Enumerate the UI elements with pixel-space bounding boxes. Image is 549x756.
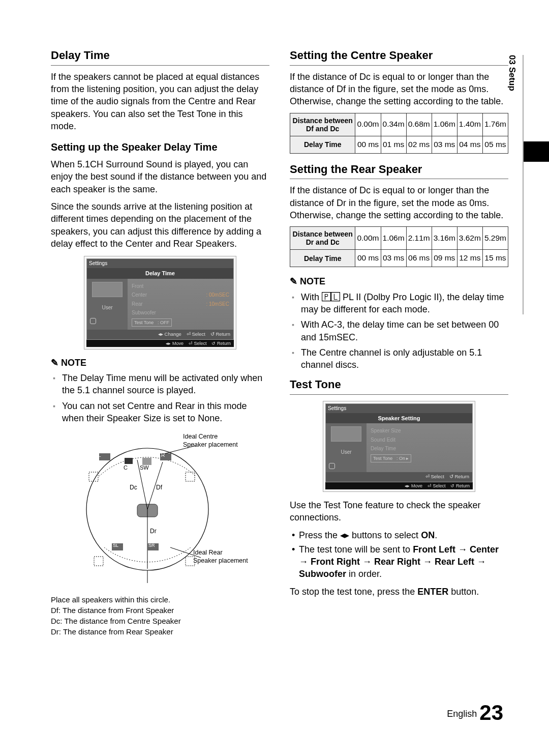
osd2-row1: Sound Edit	[371, 437, 395, 444]
tr-r1-1: 1.06m	[381, 227, 406, 250]
tr-r2-1: 03 ms	[381, 250, 406, 267]
osd2-strip2: ↺ Return	[450, 483, 470, 489]
tc-r1-3: 1.06m	[432, 113, 457, 136]
diag-SL: SL	[113, 542, 118, 548]
bullet-1: The test tone will be sent to Front Left…	[290, 543, 508, 580]
osd-delay-time: Settings Delay Time User Front Center: 0…	[84, 256, 236, 349]
tc-r2-5: 05 ms	[482, 136, 508, 153]
right-note-2: The Centre channel is only adjustable on…	[290, 346, 508, 371]
para-setup2: Since the sounds arrive at the listening…	[51, 200, 269, 250]
osd1-corner-icon	[90, 318, 96, 324]
para-setup1: When 5.1CH Surround Sound is played, you…	[51, 158, 269, 195]
tc-r1-0: 0.00m	[355, 113, 381, 136]
diag-speaker-placement-top: Speaker placement	[183, 441, 238, 449]
osd1-row0-label: Front	[132, 283, 143, 290]
diag-speaker-placement-bot: Speaker placement	[193, 557, 248, 565]
osd2-box-label: Test Tone	[373, 456, 392, 461]
heading-setup-delay: Setting up the Speaker Delay Time	[51, 140, 269, 154]
tr-r2-3: 09 ms	[432, 250, 457, 267]
diag-R: R	[161, 452, 165, 459]
osd1-strip1: ⏎ Select	[189, 340, 207, 346]
osd1-box-label: Test Tone	[134, 320, 154, 325]
para-stop: To stop the test tone, press the ENTER b…	[290, 586, 508, 598]
right-note-1: With AC-3, the delay time can be set bet…	[290, 318, 508, 343]
tc-r2-4: 04 ms	[457, 136, 482, 153]
speaker-placement-diagram: Ideal Centre Speaker placement L R C SW …	[69, 430, 252, 588]
tc-r2-head: Delay Time	[290, 136, 355, 153]
tc-r1-2: 0.68m	[406, 113, 432, 136]
heading-delay-time: Delay Time	[51, 48, 269, 66]
tc-r1-5: 1.76m	[482, 113, 508, 136]
svg-rect-12	[186, 472, 195, 481]
osd2-strip0: ◂▸ Move	[405, 483, 422, 489]
tc-r2-2: 02 ms	[406, 136, 432, 153]
osd1-row3-label: Subwoofer	[132, 309, 156, 316]
table-centre: Distance between Df and Dc 0.00m 0.34m 0…	[290, 113, 508, 154]
tr-r1-head: Distance between Dr and Dc	[290, 227, 355, 250]
legend-top: Place all speakers within this circle.	[51, 594, 269, 605]
tr-r1-0: 0.00m	[355, 227, 381, 250]
tr-r2-0: 00 ms	[355, 250, 381, 267]
osd1-foot2: ↺ Return	[210, 331, 230, 338]
legend-2: Dr: The distance from Rear Speaker	[51, 626, 269, 637]
osd1-strip2: ↺ Return	[211, 340, 231, 346]
osd1-row1-val: : 00mSEC	[206, 292, 229, 299]
tc-r2-0: 00 ms	[355, 136, 381, 153]
svg-rect-7	[125, 458, 133, 464]
table-rear: Distance between Dr and Dc 0.00m 1.06m 2…	[290, 226, 508, 267]
osd1-top: Settings	[87, 259, 233, 268]
note-label-left: NOTE	[51, 357, 269, 369]
tr-r1-2: 2.11m	[406, 227, 432, 250]
diag-SW: SW	[140, 464, 149, 472]
tr-r2-4: 12 ms	[457, 250, 482, 267]
side-black-marker	[524, 141, 549, 162]
note-label-right: NOTE	[290, 275, 508, 287]
para-test: Use the Test Tone feature to check the s…	[290, 499, 508, 524]
side-line	[523, 55, 524, 314]
diag-Dr: Dr	[150, 527, 157, 535]
tc-r1-4: 1.40m	[457, 113, 482, 136]
left-note-0: The Delay Time menu will be activated on…	[51, 372, 269, 397]
osd1-strip0: ◂▸ Move	[166, 340, 184, 346]
heading-test-tone: Test Tone	[290, 377, 508, 395]
osd1-foot0: ◂▸ Change	[158, 331, 181, 338]
left-note-1: You can not set Centre and Rear in this …	[51, 400, 269, 425]
svg-rect-11	[89, 472, 98, 481]
osd1-user: User	[102, 304, 112, 311]
tr-r2-5: 15 ms	[482, 250, 508, 267]
heading-rear: Setting the Rear Speaker	[290, 162, 508, 180]
tr-r2-2: 06 ms	[406, 250, 432, 267]
tr-r1-3: 3.16m	[432, 227, 457, 250]
diag-SR: SR	[148, 542, 155, 548]
para-delay: If the speakers cannot be placed at equa…	[51, 71, 269, 132]
osd1-box-val: : OFF	[158, 320, 169, 325]
diag-C: C	[124, 464, 128, 472]
diag-Dc: Dc	[130, 483, 137, 491]
svg-rect-13	[94, 557, 103, 566]
tc-r1-1: 0.34m	[381, 113, 406, 136]
osd1-row2-label: Rear	[132, 301, 143, 308]
diag-Df: Df	[156, 483, 162, 491]
osd2-user: User	[341, 449, 351, 456]
footer-page-number: 23	[479, 701, 503, 724]
tc-r1-head: Distance between Df and Dc	[290, 113, 355, 136]
tr-r1-5: 5.29m	[482, 227, 508, 250]
legend-1: Dc: The distance from Centre Speaker	[51, 616, 269, 626]
osd2-foot0: ⏎ Select	[425, 474, 444, 480]
bullet-0: Press the ◂▸ buttons to select ON.	[290, 529, 508, 541]
page-footer: English 23	[447, 699, 503, 728]
osd2-box-val: : On ▸	[396, 456, 409, 461]
tc-r2-3: 03 ms	[432, 136, 457, 153]
osd2-top: Settings	[326, 404, 472, 413]
right-column: Setting the Centre Speaker If the distan…	[290, 46, 508, 637]
osd2-row0: Speaker Size	[371, 427, 401, 434]
side-tab: 03 Setup	[506, 55, 517, 91]
osd2-screen-icon	[331, 426, 361, 442]
right-note-0: With 🄿🄻 PL II (Dolby Pro Logic II), the …	[290, 291, 508, 316]
osd-speaker-setting: Settings Speaker Setting User Speaker Si…	[323, 401, 475, 492]
tr-r1-4: 3.62m	[457, 227, 482, 250]
para-rear: If the distance of Dc is equal to or lon…	[290, 184, 508, 221]
osd2-title: Speaker Setting	[326, 413, 472, 424]
osd2-row2: Delay Time	[371, 445, 396, 452]
osd1-title: Delay Time	[87, 268, 233, 279]
